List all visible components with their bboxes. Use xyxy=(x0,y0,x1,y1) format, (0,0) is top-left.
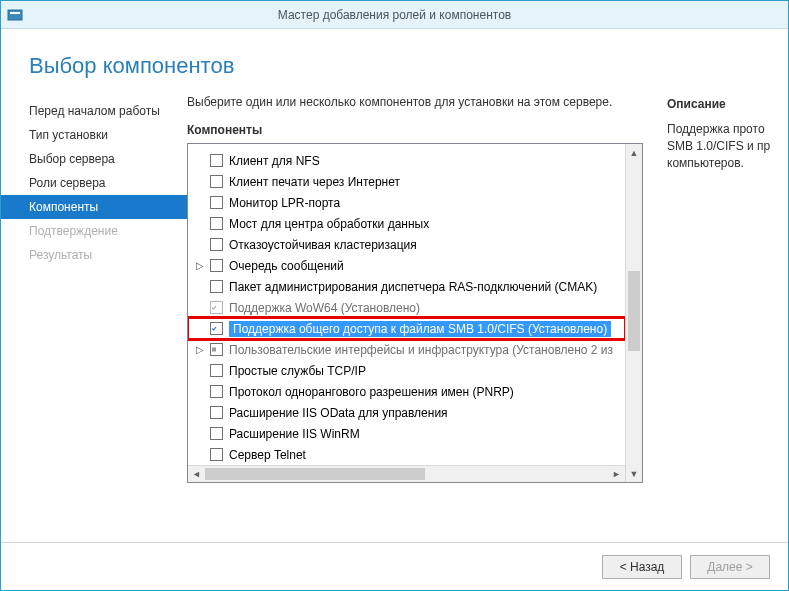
feature-row[interactable]: Монитор LPR-порта xyxy=(188,192,625,213)
main-panel: Выберите один или несколько компонентов … xyxy=(187,93,788,534)
vertical-scrollbar[interactable]: ▲ ▼ xyxy=(625,144,642,482)
feature-checkbox[interactable] xyxy=(210,280,223,293)
feature-label: Расширение IIS WinRM xyxy=(229,427,360,441)
feature-checkbox[interactable] xyxy=(210,364,223,377)
feature-row[interactable]: Поддержка общего доступа к файлам SMB 1.… xyxy=(188,318,625,339)
svg-rect-0 xyxy=(8,10,22,20)
feature-row[interactable]: Расширение IIS WinRM xyxy=(188,423,625,444)
features-list[interactable]: Клиент для NFSКлиент печати через Интерн… xyxy=(188,144,625,465)
feature-row[interactable]: Мост для центра обработки данных xyxy=(188,213,625,234)
description-text: Поддержка протоSMB 1.0/CIFS и пркомпьюте… xyxy=(667,121,788,171)
feature-checkbox[interactable] xyxy=(210,154,223,167)
feature-label: Сервер Telnet xyxy=(229,448,306,462)
feature-checkbox xyxy=(210,301,223,314)
feature-row[interactable]: Отказоустойчивая кластеризация xyxy=(188,234,625,255)
feature-row[interactable]: Протокол однорангового разрешения имен (… xyxy=(188,381,625,402)
content-area: Перед началом работыТип установкиВыбор с… xyxy=(1,93,788,542)
sidebar-step-4[interactable]: Компоненты xyxy=(1,195,187,219)
feature-label: Расширение IIS OData для управления xyxy=(229,406,448,420)
back-button[interactable]: < Назад xyxy=(602,555,682,579)
expand-icon[interactable]: ▷ xyxy=(194,344,206,355)
wizard-window: Мастер добавления ролей и компонентов Вы… xyxy=(0,0,789,591)
scroll-down-button[interactable]: ▼ xyxy=(626,465,642,482)
feature-row[interactable]: Пакет администрирования диспетчера RAS-п… xyxy=(188,276,625,297)
scroll-left-button[interactable]: ◄ xyxy=(188,466,205,482)
feature-row[interactable]: ▷Пользовательские интерфейсы и инфрастру… xyxy=(188,339,625,360)
page-title: Выбор компонентов xyxy=(1,29,788,93)
sidebar-step-1[interactable]: Тип установки xyxy=(1,123,187,147)
feature-label: Клиент печати через Интернет xyxy=(229,175,400,189)
feature-label: Простые службы TCP/IP xyxy=(229,364,366,378)
app-icon xyxy=(7,7,23,23)
feature-checkbox[interactable] xyxy=(210,427,223,440)
next-button[interactable]: Далее > xyxy=(690,555,770,579)
feature-label: Пользовательские интерфейсы и инфраструк… xyxy=(229,343,613,357)
sidebar-step-3[interactable]: Роли сервера xyxy=(1,171,187,195)
feature-row[interactable]: Клиент печати через Интернет xyxy=(188,171,625,192)
feature-label: Протокол однорангового разрешения имен (… xyxy=(229,385,514,399)
sidebar-step-6: Результаты xyxy=(1,243,187,267)
feature-label: Очередь сообщений xyxy=(229,259,344,273)
feature-row[interactable]: Простые службы TCP/IP xyxy=(188,360,625,381)
expand-icon[interactable]: ▷ xyxy=(194,260,206,271)
feature-checkbox[interactable] xyxy=(210,196,223,209)
feature-label: Поддержка WoW64 (Установлено) xyxy=(229,301,420,315)
feature-checkbox[interactable] xyxy=(210,175,223,188)
feature-label: Клиент для NFS xyxy=(229,154,320,168)
feature-checkbox[interactable] xyxy=(210,406,223,419)
h-scroll-thumb[interactable] xyxy=(205,468,425,480)
scroll-up-button[interactable]: ▲ xyxy=(626,144,642,161)
wizard-footer: < Назад Далее > xyxy=(1,542,788,590)
h-scroll-track[interactable] xyxy=(205,466,608,482)
feature-label: Поддержка общего доступа к файлам SMB 1.… xyxy=(233,322,607,336)
components-header: Компоненты xyxy=(187,119,643,143)
feature-label: Монитор LPR-порта xyxy=(229,196,340,210)
feature-checkbox[interactable] xyxy=(210,385,223,398)
feature-row[interactable]: Поддержка WoW64 (Установлено) xyxy=(188,297,625,318)
sidebar: Перед началом работыТип установкиВыбор с… xyxy=(1,93,187,534)
feature-row[interactable]: Клиент для NFS xyxy=(188,150,625,171)
v-scroll-thumb[interactable] xyxy=(628,271,640,351)
svg-rect-1 xyxy=(10,12,20,14)
window-title: Мастер добавления ролей и компонентов xyxy=(31,8,782,22)
feature-label: Мост для центра обработки данных xyxy=(229,217,429,231)
svg-rect-2 xyxy=(212,347,216,351)
sidebar-step-5: Подтверждение xyxy=(1,219,187,243)
features-column: Выберите один или несколько компонентов … xyxy=(187,93,643,534)
wizard-body: Выбор компонентов Перед началом работыТи… xyxy=(1,29,788,542)
feature-row[interactable]: Расширение IIS OData для управления xyxy=(188,402,625,423)
feature-label: Отказоустойчивая кластеризация xyxy=(229,238,417,252)
feature-row[interactable]: ▷Очередь сообщений xyxy=(188,255,625,276)
titlebar: Мастер добавления ролей и компонентов xyxy=(1,1,788,29)
features-listbox: Клиент для NFSКлиент печати через Интерн… xyxy=(187,143,643,483)
scroll-right-button[interactable]: ► xyxy=(608,466,625,482)
feature-checkbox[interactable] xyxy=(210,217,223,230)
sidebar-step-0[interactable]: Перед началом работы xyxy=(1,99,187,123)
feature-label: Пакет администрирования диспетчера RAS-п… xyxy=(229,280,597,294)
description-column: Описание Поддержка протоSMB 1.0/CIFS и п… xyxy=(643,93,788,534)
instruction-text: Выберите один или несколько компонентов … xyxy=(187,93,643,119)
v-scroll-track[interactable] xyxy=(626,161,642,465)
feature-checkbox[interactable] xyxy=(210,322,223,335)
sidebar-step-2[interactable]: Выбор сервера xyxy=(1,147,187,171)
feature-row[interactable]: Сервер Telnet xyxy=(188,444,625,465)
feature-checkbox[interactable] xyxy=(210,343,223,356)
feature-checkbox[interactable] xyxy=(210,259,223,272)
feature-checkbox[interactable] xyxy=(210,448,223,461)
description-header: Описание xyxy=(667,93,788,117)
horizontal-scrollbar[interactable]: ◄ ► xyxy=(188,465,625,482)
feature-checkbox[interactable] xyxy=(210,238,223,251)
